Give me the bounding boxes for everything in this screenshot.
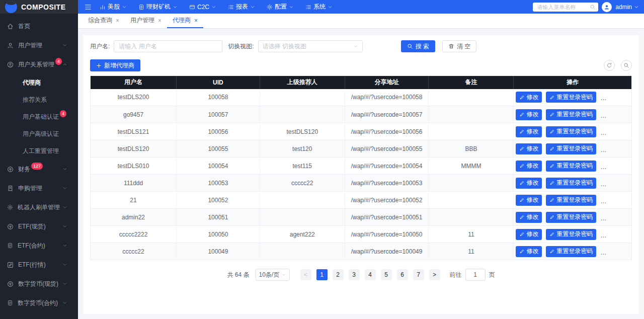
cell-actions: 修改重置登录密码谷歌验证	[514, 140, 632, 157]
chevron-down-icon	[62, 243, 67, 248]
page-button-2[interactable]: 2	[333, 269, 344, 280]
search-toggle-button[interactable]	[621, 60, 632, 71]
page-button-4[interactable]: 4	[365, 269, 376, 280]
nav-menu-1[interactable]: 理财矿机	[138, 3, 178, 11]
edit-button[interactable]: 修改	[516, 161, 542, 172]
sidebar-item-1[interactable]: 用户管理	[0, 36, 78, 55]
pencil-icon	[549, 129, 555, 134]
page-button-7[interactable]: 7	[413, 269, 424, 280]
pencil-icon	[519, 146, 525, 151]
sidebar-subitem-2-4[interactable]: 人工重置管理	[0, 142, 78, 160]
reset-password-button[interactable]: 重置登录密码	[546, 161, 596, 172]
close-icon[interactable]: ×	[194, 17, 198, 24]
reset-password-button[interactable]: 重置登录密码	[546, 143, 596, 154]
edit-button[interactable]: 修改	[516, 212, 542, 223]
action-label: 修改	[526, 127, 538, 136]
action-label: 重置登录密码	[556, 213, 593, 221]
page-button-5[interactable]: 5	[381, 269, 392, 280]
nav-menu-2[interactable]: C2C	[189, 4, 216, 11]
edit-button[interactable]: 修改	[516, 246, 542, 257]
cell-remark: 11	[429, 226, 514, 243]
pencil-icon	[549, 180, 555, 186]
sidebar-subitem-2-0[interactable]: 代理商	[0, 74, 78, 91]
edit-button[interactable]: 修改	[516, 109, 542, 120]
cell-uid: 100049	[177, 243, 260, 260]
coin-icon	[7, 281, 14, 287]
users-icon	[7, 61, 14, 68]
sidebar-item-0[interactable]: 首页	[0, 17, 78, 36]
pencil-icon	[549, 146, 555, 151]
reset-password-button[interactable]: 重置登录密码	[546, 212, 596, 223]
username-input[interactable]	[114, 40, 222, 52]
search-button[interactable]: 搜 索	[401, 40, 435, 52]
next-page-button[interactable]: >	[429, 269, 440, 280]
nav-menu-5[interactable]: 系统	[305, 3, 333, 11]
sidebar-item-10[interactable]: 数字货币(合约)	[0, 293, 78, 312]
user-menu[interactable]: admin	[615, 4, 639, 11]
tab-2[interactable]: 代理商×	[167, 14, 203, 28]
pencil-icon	[519, 163, 525, 169]
reset-password-button[interactable]: 重置登录密码	[546, 178, 596, 189]
view-select[interactable]: 请选择 切换视图	[258, 40, 363, 52]
reset-password-button[interactable]: 重置登录密码	[546, 229, 596, 240]
reset-password-button[interactable]: 重置登录密码	[546, 109, 596, 120]
tab-0[interactable]: 综合查询×	[83, 14, 125, 28]
home-icon	[7, 23, 14, 30]
edit-button[interactable]: 修改	[516, 195, 542, 206]
hamburger-icon[interactable]	[85, 4, 92, 11]
page-button-1[interactable]: 1	[316, 269, 328, 280]
sidebar-item-5[interactable]: 机器人刷单管理	[0, 198, 78, 217]
nav-menu-0[interactable]: 美股	[100, 3, 127, 11]
goto-page-input[interactable]	[465, 269, 486, 281]
chevron-down-icon	[289, 5, 294, 10]
tab-1[interactable]: 用户管理×	[125, 14, 167, 28]
sidebar-item-7[interactable]: ETF(合约)	[0, 236, 78, 255]
sidebar-subitem-2-2[interactable]: 用户基础认证4	[0, 108, 78, 125]
clear-button[interactable]: 清 空	[442, 40, 476, 52]
page-size-select[interactable]: 10条/页	[256, 269, 290, 281]
list-icon	[228, 4, 234, 10]
sidebar-item-9[interactable]: 数字货币(现货)	[0, 274, 78, 293]
sidebar-subitem-2-1[interactable]: 推荐关系	[0, 91, 78, 108]
logo-icon	[5, 1, 17, 13]
sidebar-item-8[interactable]: ETF(行情)	[0, 255, 78, 274]
add-agent-button[interactable]: 新增代理商	[90, 59, 140, 71]
reset-password-button[interactable]: 重置登录密码	[546, 195, 596, 206]
close-icon[interactable]: ×	[158, 17, 162, 24]
page-button-6[interactable]: 6	[397, 269, 408, 280]
edit-button[interactable]: 修改	[516, 229, 542, 240]
sidebar-item-11[interactable]: 数字货币(行情)	[0, 312, 78, 319]
cell-username: testDLS200	[91, 89, 177, 106]
chevron-down-icon	[634, 5, 639, 10]
reset-password-button[interactable]: 重置登录密码	[546, 246, 596, 257]
sidebar-subitem-2-3[interactable]: 用户高级认证	[0, 125, 78, 142]
nav-menu-3[interactable]: 报表	[228, 3, 255, 11]
nav-menu-4[interactable]: 配置	[267, 3, 294, 11]
edit-button[interactable]: 修改	[516, 143, 542, 154]
sidebar-item-6[interactable]: ETF(现货)	[0, 217, 78, 236]
close-icon[interactable]: ×	[116, 17, 119, 24]
edit-button[interactable]: 修改	[516, 126, 542, 137]
chevron-up-icon	[62, 62, 67, 67]
pencil-icon	[549, 163, 555, 169]
prev-page-button[interactable]: <	[300, 269, 311, 280]
reset-password-button[interactable]: 重置登录密码	[546, 126, 596, 137]
search-icon	[407, 43, 413, 49]
sidebar-item-4[interactable]: 申购管理	[0, 179, 78, 198]
sidebar-item-3[interactable]: 财务127	[0, 160, 78, 179]
menu-search-input[interactable]	[533, 3, 598, 12]
sidebar-item-2[interactable]: 用户关系管理4	[0, 55, 78, 74]
edit-button[interactable]: 修改	[516, 178, 542, 189]
nav-menu-label: 配置	[275, 3, 287, 11]
nav-menu-label: 理财矿机	[146, 3, 171, 11]
refresh-button[interactable]	[604, 60, 615, 71]
sidebar-item-label: 申购管理	[18, 184, 42, 193]
page-button-3[interactable]: 3	[349, 269, 360, 280]
reset-password-button[interactable]: 重置登录密码	[546, 92, 596, 103]
action-label: 重置登录密码	[556, 179, 593, 187]
edit-button[interactable]: 修改	[516, 92, 542, 103]
cell-username: ccccc22	[91, 243, 177, 260]
avatar[interactable]	[602, 2, 612, 12]
chevron-down-icon	[62, 186, 67, 191]
cell-share_url: /wap/#/?usercode=100049	[345, 243, 429, 260]
